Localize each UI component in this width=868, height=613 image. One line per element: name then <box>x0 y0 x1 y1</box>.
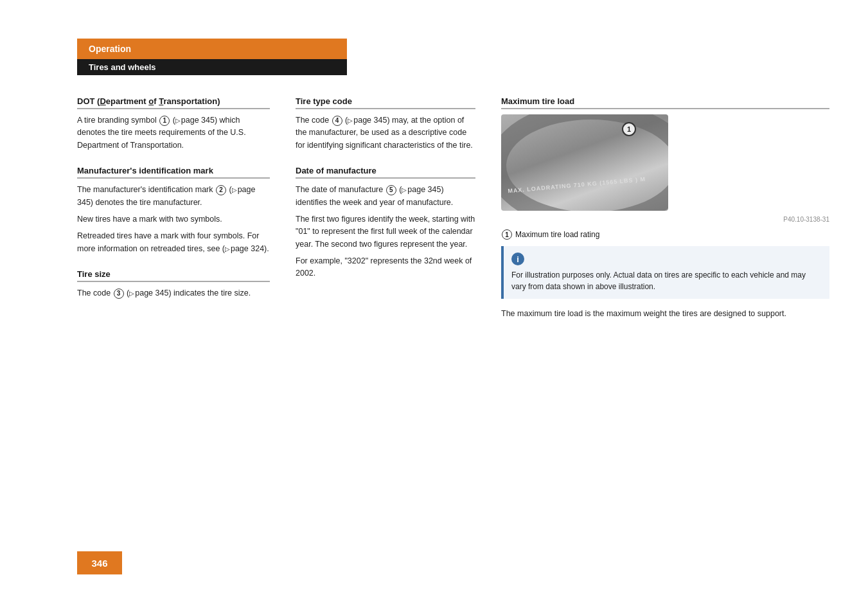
max-load-body: The maximum tire load is the maximum wei… <box>501 308 829 320</box>
tire-type-circle-4: 4 <box>332 116 342 126</box>
mfr-circle-2: 2 <box>216 185 226 195</box>
info-box-header: i <box>511 253 822 265</box>
caption-circle-1: 1 <box>502 229 512 240</box>
tire-size-heading: Tire size <box>77 269 270 282</box>
page-number-box: 346 <box>77 551 122 574</box>
tire-type-heading: Tire type code <box>296 96 475 109</box>
max-load-heading: Maximum tire load <box>501 96 829 109</box>
caption-text: Maximum tire load rating <box>515 230 599 239</box>
tire-arc <box>501 114 668 211</box>
tire-circle-marker-1: 1 <box>622 122 636 136</box>
tires-wheels-bar: Tires and wheels <box>77 59 347 75</box>
col-left: DOT (Department of Transportation) A tir… <box>77 96 270 324</box>
date-body-2: The first two figures identify the week,… <box>296 213 475 251</box>
tire-type-body: The code 4 (page 345) may, at the option… <box>296 114 475 152</box>
tire-image: MAX. LOADRATING 710 KG (1565 LBS ) M 1 <box>501 114 668 211</box>
info-box-text: For illustration purposes only. Actual d… <box>511 269 822 292</box>
page-container: Operation Tires and wheels DOT (Departme… <box>0 0 868 613</box>
col-middle: Tire type code The code 4 (page 345) may… <box>296 96 475 324</box>
date-heading: Date of manufacture <box>296 166 475 179</box>
tire-image-inner: MAX. LOADRATING 710 KG (1565 LBS ) M 1 <box>501 114 668 211</box>
header-section: Operation Tires and wheels <box>77 39 347 75</box>
mfr-body-2: New tires have a mark with two symbols. <box>77 213 270 226</box>
tire-size-body: The code 3 (page 345) indicates the tire… <box>77 287 270 299</box>
col-right: Maximum tire load MAX. LOADRATING 710 KG… <box>501 96 829 324</box>
tires-wheels-label: Tires and wheels <box>89 62 156 72</box>
content-area: DOT (Department of Transportation) A tir… <box>77 96 829 324</box>
mfr-body-1: The manufacturer's identification mark 2… <box>77 184 270 209</box>
page-number: 346 <box>91 558 107 569</box>
image-caption-code: P40.10-3138-31 <box>501 216 829 223</box>
mfr-id-heading: Manufacturer's identification mark <box>77 166 270 179</box>
tire-size-circle-3: 3 <box>114 289 124 299</box>
dot-body: A tire branding symbol 1 (page 345) whic… <box>77 114 270 152</box>
date-body-1: The date of manufacture 5 (page 345) ide… <box>296 184 475 209</box>
date-circle-5: 5 <box>386 185 396 195</box>
date-body-3: For example, "3202" represents the 32nd … <box>296 255 475 280</box>
operation-banner: Operation <box>77 39 347 59</box>
mfr-body-3: Retreaded tires have a mark with four sy… <box>77 230 270 255</box>
operation-label: Operation <box>89 44 131 54</box>
dot-circle-1: 1 <box>159 116 170 126</box>
dot-heading: DOT (Department of Transportation) <box>77 96 270 109</box>
caption-row: 1 Maximum tire load rating <box>501 229 829 240</box>
info-icon: i <box>511 253 524 265</box>
info-box: i For illustration purposes only. Actual… <box>501 246 829 299</box>
